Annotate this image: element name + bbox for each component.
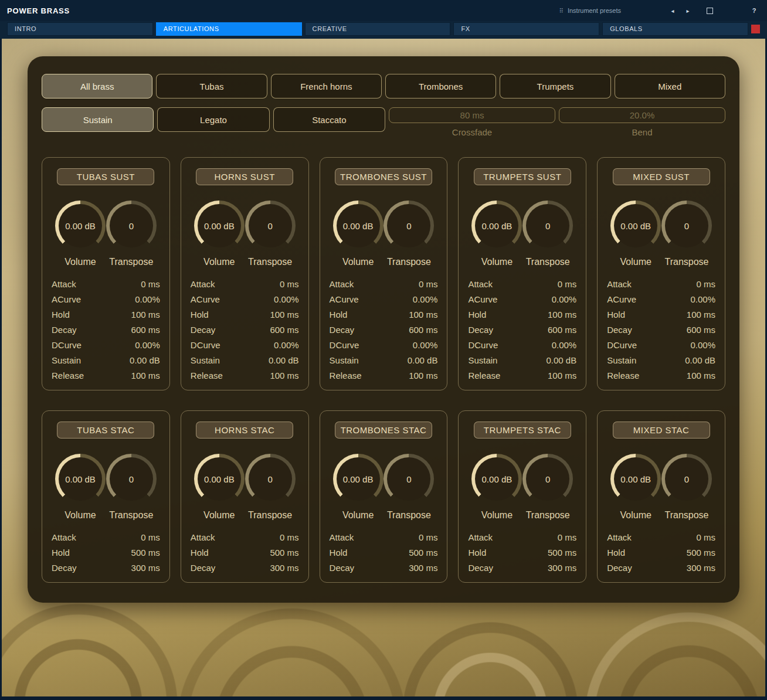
param-row[interactable]: Hold 500 ms [606, 545, 717, 560]
volume-knob[interactable]: 0.00 dB [471, 454, 522, 504]
brass-button-all[interactable]: All brass [42, 74, 152, 98]
crossfade-slider[interactable]: 80 ms [389, 107, 555, 123]
param-row[interactable]: Hold 500 ms [189, 545, 300, 560]
param-row[interactable]: Decay 600 ms [606, 322, 717, 337]
brass-button-trombones[interactable]: Trombones [385, 74, 496, 98]
param-row[interactable]: Decay 300 ms [328, 560, 439, 575]
knob-labels: Volume Transpose [328, 257, 439, 267]
param-row[interactable]: Hold 500 ms [328, 545, 439, 560]
param-row[interactable]: Attack 0 ms [328, 276, 439, 291]
param-row[interactable]: Release 100 ms [50, 368, 161, 383]
param-row[interactable]: Release 100 ms [328, 368, 439, 383]
param-row[interactable]: ACurve 0.00% [467, 291, 578, 307]
param-row[interactable]: Release 100 ms [189, 368, 300, 383]
tab-fx[interactable]: FX [453, 22, 599, 36]
volume-knob[interactable]: 0.00 dB [55, 454, 106, 504]
record-indicator[interactable] [751, 25, 760, 33]
param-row[interactable]: Hold 100 ms [189, 307, 300, 322]
param-row[interactable]: DCurve 0.00% [328, 337, 439, 352]
param-row[interactable]: Hold 100 ms [50, 307, 161, 322]
brass-button-mixed[interactable]: Mixed [615, 74, 725, 98]
param-row[interactable]: Attack 0 ms [50, 276, 161, 291]
articulation-button-staccato[interactable]: Staccato [273, 107, 385, 132]
param-name: Attack [52, 279, 76, 289]
volume-knob[interactable]: 0.00 dB [471, 201, 522, 251]
volume-knob[interactable]: 0.00 dB [333, 454, 383, 504]
param-row[interactable]: Sustain 0.00 dB [189, 352, 300, 368]
param-row[interactable]: Hold 100 ms [328, 307, 439, 322]
transpose-knob[interactable]: 0 [661, 454, 712, 504]
tab-articulations[interactable]: ARTICULATIONS [156, 22, 302, 36]
param-row[interactable]: Decay 600 ms [467, 322, 578, 337]
param-row[interactable]: ACurve 0.00% [328, 291, 439, 307]
param-row[interactable]: Attack 0 ms [467, 276, 578, 291]
previous-preset-icon[interactable]: ◂ [667, 8, 678, 14]
volume-label: Volume [471, 257, 522, 267]
tab-creative[interactable]: CREATIVE [305, 22, 451, 36]
param-row[interactable]: Release 100 ms [606, 368, 717, 383]
param-row[interactable]: Decay 600 ms [50, 322, 161, 337]
transpose-knob[interactable]: 0 [245, 454, 296, 504]
param-row[interactable]: Decay 600 ms [328, 322, 439, 337]
param-row[interactable]: Hold 500 ms [467, 545, 578, 560]
param-row[interactable]: Sustain 0.00 dB [328, 352, 439, 368]
param-row[interactable]: Decay 300 ms [50, 560, 161, 575]
param-row[interactable]: Hold 100 ms [467, 307, 578, 322]
param-row[interactable]: Attack 0 ms [606, 529, 717, 545]
transpose-knob[interactable]: 0 [522, 201, 573, 251]
param-row[interactable]: Decay 600 ms [189, 322, 300, 337]
param-row[interactable]: Decay 300 ms [189, 560, 300, 575]
brass-button-tubas[interactable]: Tubas [156, 74, 267, 98]
param-row[interactable]: ACurve 0.00% [606, 291, 717, 307]
next-preset-icon[interactable]: ▸ [682, 8, 694, 14]
window-resize-icon[interactable] [707, 8, 713, 14]
param-row[interactable]: Sustain 0.00 dB [606, 352, 717, 368]
tab-globals[interactable]: GLOBALS [602, 22, 748, 36]
brass-button-french-horns[interactable]: French horns [271, 74, 382, 98]
param-row[interactable]: Decay 300 ms [606, 560, 717, 575]
param-row[interactable]: ACurve 0.00% [189, 291, 300, 307]
param-row[interactable]: Attack 0 ms [467, 529, 578, 545]
knob-labels: Volume Transpose [606, 257, 717, 267]
transpose-label: Transpose [522, 257, 573, 267]
articulation-button-legato[interactable]: Legato [157, 107, 269, 132]
param-row[interactable]: Sustain 0.00 dB [467, 352, 578, 368]
param-row[interactable]: Attack 0 ms [189, 529, 300, 545]
param-row[interactable]: Release 100 ms [467, 368, 578, 383]
transpose-knob[interactable]: 0 [106, 454, 157, 504]
transpose-knob[interactable]: 0 [383, 201, 434, 251]
volume-knob[interactable]: 0.00 dB [55, 201, 106, 251]
param-row[interactable]: Attack 0 ms [50, 529, 161, 545]
transpose-knob[interactable]: 0 [661, 201, 712, 251]
param-row[interactable]: Attack 0 ms [189, 276, 300, 291]
help-icon[interactable]: ? [748, 7, 760, 14]
param-row[interactable]: DCurve 0.00% [606, 337, 717, 352]
transpose-knob[interactable]: 0 [522, 454, 573, 504]
param-row[interactable]: Attack 0 ms [606, 276, 717, 291]
param-row[interactable]: Sustain 0.00 dB [50, 352, 161, 368]
param-row[interactable]: Hold 500 ms [50, 545, 161, 560]
param-row[interactable]: ACurve 0.00% [50, 291, 161, 307]
transpose-knob[interactable]: 0 [245, 201, 296, 251]
param-row[interactable]: DCurve 0.00% [50, 337, 161, 352]
volume-knob[interactable]: 0.00 dB [194, 454, 245, 504]
bend-slider[interactable]: 20.0% [559, 107, 725, 123]
param-row[interactable]: DCurve 0.00% [189, 337, 300, 352]
volume-knob[interactable]: 0.00 dB [333, 201, 383, 251]
param-value: 0.00 dB [546, 355, 576, 365]
articulation-button-sustain[interactable]: Sustain [42, 107, 154, 132]
transpose-knob[interactable]: 0 [383, 454, 434, 504]
param-row[interactable]: DCurve 0.00% [467, 337, 578, 352]
param-row[interactable]: Attack 0 ms [328, 529, 439, 545]
param-row[interactable]: Hold 100 ms [606, 307, 717, 322]
tab-intro[interactable]: INTRO [7, 22, 153, 36]
volume-knob[interactable]: 0.00 dB [610, 454, 661, 504]
instrument-presets-button[interactable]: ⠿ Instrument presets [559, 7, 621, 14]
volume-knob[interactable]: 0.00 dB [610, 201, 661, 251]
param-name: Sustain [191, 355, 220, 365]
param-value: 0 ms [141, 532, 160, 542]
param-row[interactable]: Decay 300 ms [467, 560, 578, 575]
brass-button-trumpets[interactable]: Trumpets [500, 74, 610, 98]
transpose-knob[interactable]: 0 [106, 201, 157, 251]
volume-knob[interactable]: 0.00 dB [194, 201, 245, 251]
